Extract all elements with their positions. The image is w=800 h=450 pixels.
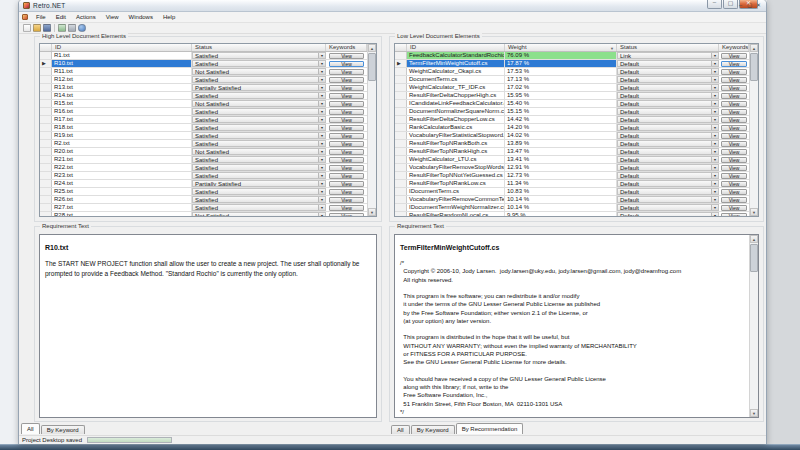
vertical-scrollbar[interactable]: ▲ ▼: [749, 235, 758, 417]
cell-id[interactable]: ResultFilterTopNRankHigh.cs: [407, 148, 505, 155]
high-level-grid[interactable]: ID Status Keywords ▶ R1.txt Satisfied▼ V…: [39, 43, 377, 217]
menu-item[interactable]: Help: [158, 12, 180, 22]
dropdown-arrow-icon[interactable]: ▼: [711, 157, 718, 162]
dropdown-arrow-icon[interactable]: ▼: [318, 181, 325, 186]
row-header[interactable]: ▶: [395, 212, 407, 217]
dropdown-arrow-icon[interactable]: ▼: [711, 197, 718, 202]
column-header-status[interactable]: Status: [617, 44, 719, 51]
row-header[interactable]: ▶: [40, 140, 52, 147]
dropdown-arrow-icon[interactable]: ▼: [711, 77, 718, 82]
dropdown-arrow-icon[interactable]: ▼: [711, 165, 718, 170]
row-header[interactable]: ▶: [395, 180, 407, 187]
row-header[interactable]: ▶: [40, 164, 52, 171]
cell-weight[interactable]: 14.42 %: [505, 116, 617, 123]
view-keywords-button[interactable]: View: [329, 157, 363, 163]
view-keywords-button[interactable]: View: [721, 109, 746, 115]
cell-weight[interactable]: 11.34 %: [505, 180, 617, 187]
cell-id[interactable]: R13.txt: [52, 84, 192, 91]
status-dropdown[interactable]: Not Satisfied▼: [192, 148, 326, 155]
help-icon[interactable]: [78, 24, 86, 32]
row-header[interactable]: ▶: [40, 156, 52, 163]
status-dropdown[interactable]: Satisfied▼: [192, 196, 326, 203]
status-dropdown[interactable]: Default▼: [617, 116, 719, 123]
dropdown-arrow-icon[interactable]: ▼: [711, 173, 718, 178]
cell-id[interactable]: ICandidateLinkFeedbackCalculator.cs: [407, 100, 505, 107]
status-dropdown[interactable]: Default▼: [617, 188, 719, 195]
view-keywords-button[interactable]: View: [329, 173, 363, 179]
mdi-restore-icon[interactable]: ▢: [745, 1, 754, 9]
column-header-id[interactable]: ID: [52, 44, 192, 51]
table-row[interactable]: ▶ R28.txt Not Satisfied▼ View: [40, 212, 367, 217]
view-keywords-button[interactable]: View: [329, 109, 363, 115]
mdi-close-icon[interactable]: ✕: [754, 1, 763, 9]
status-dropdown[interactable]: Default▼: [617, 196, 719, 203]
scrollbar-thumb[interactable]: [368, 53, 376, 81]
cell-weight[interactable]: 17.53 %: [505, 68, 617, 75]
cell-weight[interactable]: 15.95 %: [505, 92, 617, 99]
status-dropdown[interactable]: Default▼: [617, 124, 719, 131]
table-row[interactable]: ▶ ResultFilterDeltaChopperHigh.cs 15.95 …: [395, 92, 749, 100]
view-keywords-button[interactable]: View: [329, 213, 363, 218]
table-row[interactable]: ▶ VocabularyFilterRemoveCommonTermsDocFr…: [395, 196, 749, 204]
status-dropdown[interactable]: Satisfied▼: [192, 116, 326, 123]
cell-id[interactable]: DocumentTerm.cs: [407, 76, 505, 83]
view-keywords-button[interactable]: View: [721, 205, 746, 211]
status-dropdown[interactable]: Partially Satisfied▼: [192, 180, 326, 187]
dropdown-arrow-icon[interactable]: ▼: [711, 61, 718, 66]
status-dropdown[interactable]: Default▼: [617, 92, 719, 99]
dropdown-arrow-icon[interactable]: ▼: [318, 93, 325, 98]
row-header[interactable]: ▶: [40, 92, 52, 99]
dropdown-arrow-icon[interactable]: ▼: [711, 149, 718, 154]
dropdown-arrow-icon[interactable]: ▼: [318, 125, 325, 130]
scroll-down-icon[interactable]: ▼: [368, 208, 376, 216]
cell-id[interactable]: WeightCalculator_TF_IDF.cs: [407, 84, 505, 91]
scrollbar-thumb[interactable]: [750, 244, 758, 272]
status-dropdown[interactable]: Link▼: [617, 52, 719, 59]
status-dropdown[interactable]: Default▼: [617, 60, 719, 67]
status-dropdown[interactable]: Not Satisfied▼: [192, 68, 326, 75]
table-row[interactable]: ▶ R2.txt Satisfied▼ View: [40, 140, 367, 148]
table-row[interactable]: ▶ R26.txt Satisfied▼ View: [40, 196, 367, 204]
scrollbar-thumb[interactable]: [750, 53, 758, 81]
scroll-up-icon[interactable]: ▲: [750, 235, 758, 243]
row-header[interactable]: ▶: [40, 84, 52, 91]
table-row[interactable]: ▶ ICandidateLinkFeedbackCalculator.cs 15…: [395, 100, 749, 108]
table-row[interactable]: ▶ DocumentTerm.cs 17.13 % Default▼ View: [395, 76, 749, 84]
dropdown-arrow-icon[interactable]: ▼: [318, 109, 325, 114]
cell-weight[interactable]: 17.87 %: [505, 60, 617, 67]
dropdown-arrow-icon[interactable]: ▼: [711, 101, 718, 106]
table-row[interactable]: ▶ R23.txt Satisfied▼ View: [40, 172, 367, 180]
status-dropdown[interactable]: Satisfied▼: [192, 172, 326, 179]
row-header[interactable]: ▶: [395, 140, 407, 147]
table-row[interactable]: ▶ DocumentNormalizerSquareNorm.cs 15.15 …: [395, 108, 749, 116]
view-keywords-button[interactable]: View: [329, 205, 363, 211]
table-row[interactable]: ▶ R18.txt Satisfied▼ View: [40, 124, 367, 132]
title-bar[interactable]: Retro.NET – ▢ ✕: [19, 0, 766, 12]
status-dropdown[interactable]: Default▼: [617, 204, 719, 211]
dropdown-arrow-icon[interactable]: ▼: [318, 133, 325, 138]
cell-id[interactable]: R20.txt: [52, 148, 192, 155]
cell-id[interactable]: R18.txt: [52, 124, 192, 131]
view-keywords-button[interactable]: View: [329, 189, 363, 195]
dropdown-arrow-icon[interactable]: ▼: [318, 61, 325, 66]
row-header[interactable]: ▶: [395, 68, 407, 75]
status-dropdown[interactable]: Satisfied▼: [192, 140, 326, 147]
dropdown-arrow-icon[interactable]: ▼: [318, 197, 325, 202]
cell-id[interactable]: DocumentNormalizerSquareNorm.cs: [407, 108, 505, 115]
table-row[interactable]: ▶ R13.txt Partially Satisfied▼ View: [40, 84, 367, 92]
table-row[interactable]: ▶ R15.txt Not Satisfied▼ View: [40, 100, 367, 108]
cell-id[interactable]: R11.txt: [52, 68, 192, 75]
print-icon[interactable]: [68, 24, 76, 32]
cell-weight[interactable]: 15.40 %: [505, 100, 617, 107]
column-header-keywords[interactable]: Keywords: [326, 44, 367, 51]
cell-weight[interactable]: 13.41 %: [505, 156, 617, 163]
view-keywords-button[interactable]: View: [721, 213, 746, 218]
scroll-down-icon[interactable]: ▼: [750, 409, 758, 417]
table-row[interactable]: ▶ WeightCalculator_TF_IDF.cs 17.02 % Def…: [395, 84, 749, 92]
row-header[interactable]: ▶: [40, 76, 52, 83]
row-header[interactable]: ▶: [395, 108, 407, 115]
view-keywords-button[interactable]: View: [721, 141, 746, 147]
cell-id[interactable]: R23.txt: [52, 172, 192, 179]
dropdown-arrow-icon[interactable]: ▼: [318, 213, 325, 217]
table-row[interactable]: ▶ ResultFilterTopNNotYetGuessed.cs 12.73…: [395, 172, 749, 180]
